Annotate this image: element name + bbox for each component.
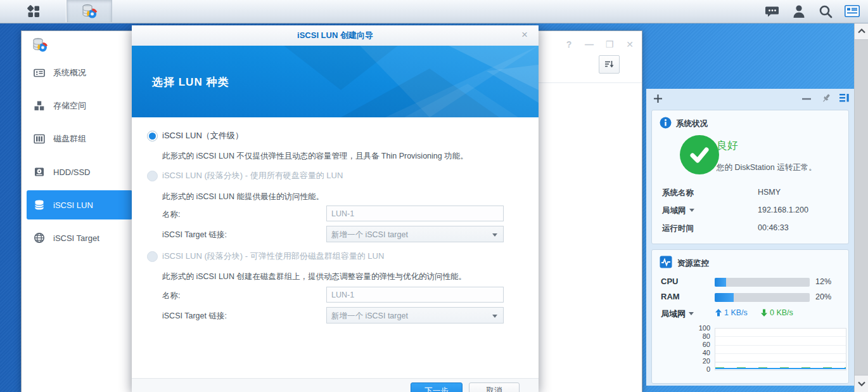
system-name-value: HSMY [758, 188, 781, 197]
iscsi-target-select[interactable]: 新增一个 iSCSI target [326, 226, 504, 242]
health-status: 良好 [717, 138, 738, 153]
option-description: 此形式的 iSCSI LUN 创建在磁盘群组上，提供动态调整容量的弹性与优化的访… [162, 271, 466, 282]
name-field-label: 名称: [162, 209, 180, 220]
ram-label: RAM [661, 292, 680, 301]
taskbar [0, 0, 868, 23]
search-icon [819, 4, 833, 18]
option-label[interactable]: iSCSI LUN (段落分块) - 可弹性使用部份磁盘群组容量的 LUN [162, 251, 384, 262]
dialog-title: iSCSI LUN 创建向导 [132, 30, 539, 41]
search-button[interactable] [812, 0, 839, 22]
sidebar-item-label: 存储空间 [53, 100, 86, 112]
chevron-down-icon [689, 312, 694, 315]
page-scrollbar[interactable] [854, 23, 868, 392]
lan-ip-value: 192.168.1.200 [758, 206, 808, 214]
option-label[interactable]: iSCSI LUN (段落分块) - 使用所有硬盘容量的 LUN [162, 170, 343, 181]
scroll-up-button[interactable] [855, 23, 868, 40]
cancel-button[interactable]: 取消 [469, 382, 520, 392]
dialog-titlebar[interactable]: iSCSI LUN 创建向导 × [132, 25, 539, 46]
radio-block-level-full[interactable] [147, 171, 158, 181]
upload-series-line [715, 368, 846, 369]
disk-group-icon [34, 133, 45, 145]
sidebar-item-label: 磁盘群组 [53, 133, 86, 145]
collapse-widget-icon[interactable] [802, 98, 811, 100]
chevron-down-icon [492, 315, 497, 318]
sidebar-item-label: iSCSI LUN [53, 200, 93, 210]
y-tick: 60 [691, 341, 710, 348]
lun-name-input[interactable] [326, 287, 504, 303]
dialog-close-icon[interactable]: × [518, 28, 531, 42]
notifications-button[interactable] [759, 0, 786, 22]
option-description: 此形式的 iSCSI LUN 不仅提供弹性且动态的容量管理，且具备 Thin P… [162, 151, 468, 162]
add-widget-icon[interactable] [653, 94, 663, 103]
widget-pilot-button[interactable] [839, 0, 865, 22]
lun-name-input[interactable] [326, 206, 504, 221]
target-field-label: iSCSI Target 链接: [162, 311, 227, 322]
chevron-up-icon [858, 29, 865, 34]
download-arrow-icon [761, 309, 767, 317]
chevron-down-icon [492, 233, 497, 237]
cpu-label: CPU [661, 277, 678, 286]
sidebar-item-iscsi-target[interactable]: iSCSI Target [22, 221, 132, 254]
widget-title: 系统状况 [676, 119, 708, 129]
upload-rate: 1 KB/s [715, 308, 748, 317]
window-minimize-icon[interactable]: — [582, 39, 596, 50]
sidebar-item-label: 系统概况 [53, 67, 86, 79]
storage-space-icon [34, 100, 45, 112]
info-icon [660, 117, 672, 129]
taskbar-storage-manager-button[interactable] [67, 0, 112, 22]
widget-title: 资源监控 [677, 258, 709, 269]
panel-toggle-icon[interactable] [839, 93, 850, 103]
widget-panel: 系统状况 良好 您的 DiskStation 运转正常。 系统名称 HSMY 局… [646, 89, 854, 386]
dialog-step-heading: 选择 LUN 种类 [152, 75, 229, 89]
system-health-widget: 系统状况 良好 您的 DiskStation 运转正常。 系统名称 HSMY 局… [651, 110, 849, 244]
user-menu-button[interactable] [786, 0, 812, 22]
lan-label[interactable]: 局域网 [662, 206, 694, 216]
y-tick: 100 [691, 324, 710, 332]
resource-monitor-icon [660, 256, 672, 268]
sidebar-item-hdd-ssd[interactable]: HDD/SSD [22, 155, 132, 188]
main-menu-button[interactable] [0, 0, 67, 22]
next-button[interactable]: 下一步 [411, 382, 463, 392]
y-tick: 20 [691, 357, 710, 365]
ram-value: 20% [815, 292, 831, 301]
cpu-value: 12% [815, 277, 831, 286]
window-maximize-icon[interactable]: ❒ [603, 39, 616, 50]
y-tick: 40 [691, 349, 710, 356]
radio-file-level[interactable] [147, 131, 158, 141]
scroll-down-button[interactable] [855, 375, 868, 392]
sidebar-item-system-overview[interactable]: 系统概况 [22, 56, 132, 89]
upload-arrow-icon [715, 309, 722, 317]
user-icon [793, 4, 805, 18]
storage-manager-icon [81, 3, 98, 20]
option-description: 此形式的 iSCSI LUN 能提供最佳的访问性能。 [162, 192, 324, 202]
cpu-meter [715, 278, 810, 287]
resource-monitor-widget: 资源监控 CPU 12% RAM 20% 局域网 1 KB/s 0 KB/s 1… [651, 249, 849, 384]
sidebar-item-iscsi-lun[interactable]: iSCSI LUN [27, 190, 132, 219]
chat-bubble-icon [765, 5, 779, 18]
y-tick: 80 [691, 332, 710, 340]
sidebar-item-label: HDD/SSD [53, 167, 91, 177]
pin-icon[interactable] [821, 93, 832, 103]
iscsi-target-select[interactable]: 新增一个 iSCSI target [326, 307, 504, 323]
ram-meter [715, 293, 810, 302]
sidebar-item-disk-group[interactable]: 磁盘群组 [22, 122, 132, 155]
window-close-icon[interactable]: ✕ [623, 39, 637, 50]
option-label[interactable]: iSCSI LUN（文件级） [162, 130, 243, 141]
network-chart [715, 328, 846, 370]
download-rate: 0 KB/s [761, 308, 793, 317]
chevron-down-icon [689, 209, 694, 212]
radio-block-level-flexible[interactable] [147, 251, 158, 262]
window-help-icon[interactable]: ? [562, 39, 576, 50]
y-tick: 0 [691, 365, 710, 373]
sort-button[interactable] [599, 55, 620, 74]
widget-panel-icon [845, 5, 860, 17]
storage-manager-app-icon [32, 37, 48, 56]
target-field-label: iSCSI Target 链接: [162, 230, 227, 240]
uptime-label: 运行时间 [662, 223, 694, 234]
system-name-label: 系统名称 [662, 188, 694, 199]
sort-icon [604, 60, 615, 70]
sidebar-item-volume[interactable]: 存储空间 [22, 89, 132, 122]
iscsi-target-icon [34, 232, 45, 244]
lan-traffic-label[interactable]: 局域网 [661, 308, 694, 320]
storage-manager-sidebar: 系统概况 存储空间 磁盘群组 HDD/SSD [22, 31, 133, 392]
